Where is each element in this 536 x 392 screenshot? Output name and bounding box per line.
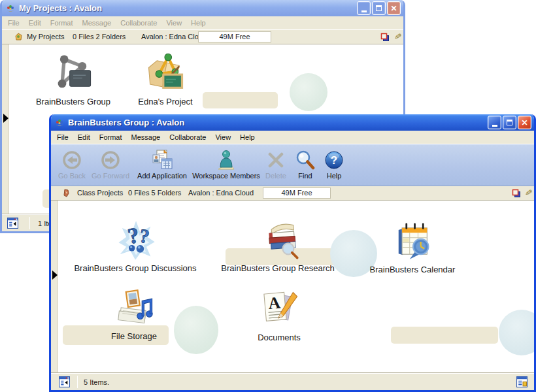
calendar-icon <box>390 219 435 263</box>
item-group-discussions[interactable]: ? ? BrainBusters Group Discussions <box>63 218 207 273</box>
item-documents[interactable]: A Documents <box>207 287 351 342</box>
find-icon <box>295 150 316 171</box>
item-count-text: 5 Items. <box>84 378 109 386</box>
item-label: File Storage <box>111 331 157 341</box>
tool-bar: Go Back Go Forward <box>51 144 534 186</box>
close-button[interactable]: ✕ <box>387 1 401 15</box>
titlebar[interactable]: My Projects : Avalon ✕ <box>2 0 403 16</box>
location-label: My Projects <box>27 33 64 41</box>
free-space-box: 49M Free <box>263 188 331 199</box>
delete-icon <box>266 150 286 170</box>
panel-toggle-icon[interactable] <box>7 218 18 229</box>
menu-edit[interactable]: Edit <box>78 133 90 141</box>
toolbar-label: Go Forward <box>92 172 129 180</box>
toolbar-label: Find <box>298 172 312 180</box>
free-space-box: 49M Free <box>198 31 271 42</box>
app-logo-icon <box>5 3 16 14</box>
item-file-storage[interactable]: File Storage <box>62 286 206 341</box>
desktop: My Projects : Avalon ✕ File Edit Format … <box>0 0 536 392</box>
item-label: Edna's Project <box>138 97 192 106</box>
toolbar-label: Help <box>327 172 342 180</box>
minimize-button[interactable] <box>357 1 371 15</box>
window-title: BrainBusters Group : Avalon <box>68 118 184 127</box>
watermark-rect <box>391 327 498 344</box>
counts-label: 0 Files 5 Folders <box>128 189 181 197</box>
find-button[interactable]: Find <box>292 148 319 180</box>
item-label: BrainBusters Group <box>36 97 110 106</box>
window-title: My Projects : Avalon <box>19 3 102 13</box>
window-brainbusters-group: BrainBusters Group : Avalon ✕ File Edit … <box>49 114 536 392</box>
item-group-research[interactable]: BrainBusters Group Research <box>206 218 350 273</box>
info-bar: Class Projects 0 Files 5 Folders Avalon … <box>51 186 534 201</box>
overlap-squares-icon[interactable] <box>512 189 521 198</box>
file-storage-icon <box>112 286 156 330</box>
pencil-icon[interactable]: ✎ <box>392 32 403 41</box>
item-ednas-project[interactable]: Edna's Project <box>113 51 218 106</box>
discussions-icon: ? ? <box>113 218 158 262</box>
toolbar-label: Add Application <box>137 172 187 180</box>
menu-edit[interactable]: Edit <box>29 19 41 27</box>
menu-view[interactable]: View <box>166 19 182 27</box>
overlap-squares-icon[interactable] <box>380 33 390 42</box>
class-projects-icon <box>61 188 71 198</box>
item-label: BrainBusters Calendar <box>370 265 456 274</box>
titlebar[interactable]: BrainBusters Group : Avalon ✕ <box>51 114 534 131</box>
view-details-icon[interactable] <box>516 376 528 387</box>
workspace-content: ? ? BrainBusters Group Discussions <box>51 201 534 373</box>
maximize-button[interactable] <box>503 116 516 129</box>
item-brainbusters-group[interactable]: BrainBusters Group <box>21 51 126 106</box>
counts-label: 0 Files 2 Folders <box>73 33 126 41</box>
workspace-members-icon <box>215 149 237 171</box>
help-button[interactable]: ? Help <box>319 148 349 180</box>
menu-collaborate[interactable]: Collaborate <box>169 133 206 141</box>
menu-file[interactable]: File <box>57 133 69 141</box>
panel-expander-arrow[interactable] <box>52 270 58 280</box>
svg-text:?: ? <box>331 154 337 167</box>
network-group-icon <box>51 51 95 95</box>
minimize-button[interactable] <box>488 116 501 129</box>
menu-view[interactable]: View <box>215 133 231 141</box>
pencil-icon[interactable]: ✎ <box>523 188 534 197</box>
my-projects-icon <box>14 32 24 42</box>
watermark-circle <box>499 310 534 355</box>
workspace-members-button[interactable]: Workspace Members <box>192 148 260 180</box>
menu-bar: File Edit Format Message Collaborate Vie… <box>51 131 534 144</box>
location-label: Class Projects <box>77 189 123 197</box>
go-forward-button[interactable]: Go Forward <box>89 148 132 180</box>
panel-toggle-icon[interactable] <box>59 376 70 387</box>
project-folder-icon <box>143 51 188 95</box>
menu-message[interactable]: Message <box>82 19 112 27</box>
item-calendar[interactable]: BrainBusters Calendar <box>341 219 484 274</box>
item-label: BrainBusters Group Discussions <box>74 263 196 273</box>
menu-format[interactable]: Format <box>99 133 122 141</box>
menu-format[interactable]: Format <box>50 19 73 27</box>
menu-collaborate[interactable]: Collaborate <box>120 19 157 27</box>
toolbar-label: Delete <box>265 172 286 180</box>
cloud-label: Avalon : Edna Cloud <box>188 189 254 197</box>
research-books-icon <box>256 218 300 262</box>
go-back-icon <box>61 150 82 171</box>
toolbar-label: Go Back <box>58 172 86 180</box>
item-label: Documents <box>258 333 301 342</box>
app-logo-icon <box>54 118 65 128</box>
menu-file[interactable]: File <box>8 19 20 27</box>
item-label: BrainBusters Group Research <box>221 263 334 273</box>
panel-expander-arrow[interactable] <box>3 114 8 123</box>
add-application-icon <box>151 149 173 171</box>
watermark-circle <box>290 73 327 111</box>
menu-help[interactable]: Help <box>191 19 206 27</box>
toolbar-label: Workspace Members <box>192 172 260 180</box>
delete-button[interactable]: Delete <box>260 148 292 180</box>
status-bar: 5 Items. <box>51 373 534 390</box>
add-application-button[interactable]: Add Application <box>132 148 192 180</box>
menu-help[interactable]: Help <box>240 133 255 141</box>
go-forward-icon <box>100 150 121 171</box>
documents-icon: A <box>257 287 301 331</box>
menu-message[interactable]: Message <box>131 133 161 141</box>
go-back-button[interactable]: Go Back <box>55 148 89 180</box>
menu-bar: File Edit Format Message Collaborate Vie… <box>2 16 403 30</box>
close-button[interactable]: ✕ <box>518 116 531 129</box>
info-bar: My Projects 0 Files 2 Folders Avalon : E… <box>2 30 403 44</box>
maximize-button[interactable] <box>372 1 386 15</box>
help-icon: ? <box>324 150 344 170</box>
